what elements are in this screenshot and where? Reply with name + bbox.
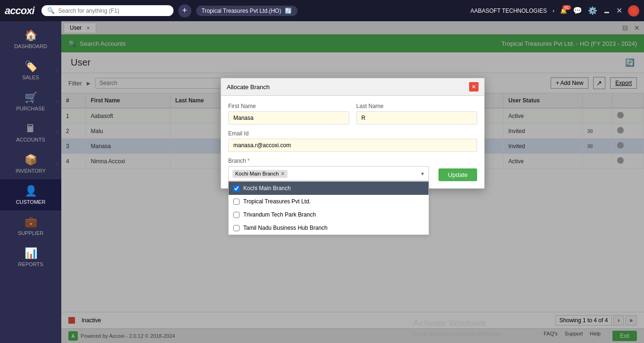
inventory-icon: 📦: [25, 154, 37, 166]
branch-option-kochi: Kochi Main Branch: [243, 185, 291, 192]
dropdown-item-tamilnadu[interactable]: Tamil Nadu Business Hub Branch: [229, 221, 429, 234]
sidebar-item-supplier[interactable]: 💼 SUPPLIER: [0, 210, 61, 242]
notification-count: 91: [562, 5, 571, 10]
first-name-label: First Name: [228, 103, 349, 109]
sidebar-label-inventory: INVENTORY: [16, 168, 46, 174]
settings-icon[interactable]: ⚙️: [588, 6, 597, 15]
modal-title: Allocate Branch: [227, 84, 270, 91]
sidebar-item-sales[interactable]: 🏷️ SALES ›: [0, 55, 61, 86]
branch-tag-label: Kochi Main Branch: [235, 171, 279, 176]
accoxi-logo-dot: [628, 5, 639, 17]
branch-checkbox-trivandum[interactable]: [233, 212, 239, 218]
dropdown-item-kochi[interactable]: Kochi Main Branch: [229, 182, 429, 195]
add-new-icon-button[interactable]: +: [178, 4, 191, 17]
chat-icon[interactable]: 💬: [573, 6, 582, 15]
sidebar-label-accounts: ACCOUNTS: [16, 137, 45, 142]
dashboard-icon: 🏠: [25, 29, 37, 42]
company-selector[interactable]: Tropical Treasures Pvt Ltd.(HO) 🔄: [196, 6, 298, 16]
email-row: Email Id: [228, 130, 477, 152]
close-icon[interactable]: ✕: [616, 6, 622, 15]
email-input[interactable]: [228, 139, 477, 152]
modal-body: First Name Last Name Email Id: [221, 96, 484, 188]
sidebar-item-reports[interactable]: 📊 REPORTS: [0, 242, 61, 273]
sidebar-item-dashboard[interactable]: 🏠 DASHBOARD: [0, 24, 61, 55]
chevron-right-icon: ›: [56, 161, 58, 166]
allocate-branch-modal: Allocate Branch ✕ First Name Last Name: [221, 78, 485, 189]
modal-close-button[interactable]: ✕: [469, 82, 479, 92]
chevron-right-icon: ›: [553, 8, 554, 14]
purchase-icon: 🛒: [25, 92, 37, 104]
email-group: Email Id: [228, 130, 477, 152]
branch-dropdown-arrow: ▼: [420, 171, 425, 176]
email-label: Email Id: [228, 130, 477, 137]
last-name-input[interactable]: [356, 111, 478, 125]
sidebar-label-reports: REPORTS: [18, 261, 43, 267]
branch-checkbox-tropical[interactable]: [233, 199, 239, 205]
global-search-input[interactable]: [58, 8, 168, 14]
sidebar-label-dashboard: DASHBOARD: [14, 43, 47, 49]
main-layout: 🏠 DASHBOARD 🏷️ SALES › 🛒 PURCHASE › 🖩 AC…: [0, 21, 644, 343]
sidebar: 🏠 DASHBOARD 🏷️ SALES › 🛒 PURCHASE › 🖩 AC…: [0, 21, 61, 343]
sidebar-item-purchase[interactable]: 🛒 PURCHASE ›: [0, 86, 61, 117]
sidebar-label-sales: SALES: [22, 75, 39, 80]
branch-label: Branch *: [228, 158, 477, 164]
branch-select-wrap: Kochi Main Branch ✕ ▼ Kochi Main Branch: [228, 166, 429, 181]
content-area: User ✕ ⊟ ✕ 🔍 Search Accounts Tropical Tr…: [61, 21, 644, 343]
last-name-label: Last Name: [356, 103, 478, 109]
branch-option-tamilnadu: Tamil Nadu Business Hub Branch: [243, 225, 328, 231]
top-bar: accoxi 🔍 + Tropical Treasures Pvt Ltd.(H…: [0, 0, 644, 21]
company-label: AABASOFT TECHNOLOGIES: [471, 8, 547, 14]
sidebar-item-customer[interactable]: 👤 CUSTOMER: [0, 179, 61, 210]
sales-icon: 🏷️: [25, 60, 37, 73]
branch-section: Branch * Kochi Main Branch ✕ ▼: [228, 158, 477, 181]
branch-checkbox-tamilnadu[interactable]: [233, 225, 239, 231]
modal-header: Allocate Branch ✕: [221, 78, 484, 96]
sidebar-item-accounts[interactable]: 🖩 ACCOUNTS ›: [0, 117, 61, 148]
first-name-input[interactable]: [228, 111, 349, 125]
modal-overlay: Allocate Branch ✕ First Name Last Name: [61, 21, 644, 343]
dropdown-item-tropical[interactable]: Tropical Treasures Pvt Ltd.: [229, 195, 429, 208]
sidebar-label-customer: CUSTOMER: [16, 199, 46, 205]
global-search-bar: 🔍: [41, 5, 173, 16]
branch-selected-display[interactable]: Kochi Main Branch ✕ ▼: [228, 166, 429, 181]
notification-bell[interactable]: 🔔 91: [560, 8, 567, 14]
chevron-right-icon: ›: [56, 68, 58, 73]
branch-tag: Kochi Main Branch ✕: [232, 170, 288, 178]
sidebar-item-inventory[interactable]: 📦 INVENTORY ›: [0, 148, 61, 179]
branch-checkbox-kochi[interactable]: [233, 185, 239, 192]
sidebar-label-purchase: PURCHASE: [16, 106, 45, 111]
sidebar-label-supplier: SUPPLIER: [18, 230, 43, 236]
required-mark: *: [248, 158, 250, 164]
last-name-group: Last Name: [356, 103, 478, 125]
name-row: First Name Last Name: [228, 103, 477, 125]
top-right-bar: AABASOFT TECHNOLOGIES › 🔔 91 💬 ⚙️ 🗕 ✕: [471, 5, 639, 17]
update-button[interactable]: Update: [438, 168, 477, 181]
dropdown-item-trivandum[interactable]: Trivandum Tech Park Branch: [229, 208, 429, 221]
accounts-icon: 🖩: [25, 123, 36, 135]
company-name: Tropical Treasures Pvt Ltd.(HO): [202, 8, 281, 14]
branch-and-update: Kochi Main Branch ✕ ▼ Kochi Main Branch: [228, 166, 477, 181]
first-name-group: First Name: [228, 103, 349, 125]
branch-tag-remove-icon[interactable]: ✕: [281, 171, 285, 177]
branch-option-trivandum: Trivandum Tech Park Branch: [243, 211, 316, 218]
search-icon: 🔍: [47, 7, 55, 14]
branch-option-tropical: Tropical Treasures Pvt Ltd.: [243, 198, 311, 205]
customer-icon: 👤: [25, 185, 37, 197]
app-logo: accoxi: [5, 5, 34, 17]
minimize-icon[interactable]: 🗕: [603, 7, 611, 15]
chevron-right-icon: ›: [56, 99, 58, 104]
reports-icon: 📊: [25, 247, 37, 259]
refresh-icon: 🔄: [285, 8, 292, 14]
branch-dropdown-list: Kochi Main Branch Tropical Treasures Pvt…: [228, 181, 429, 235]
supplier-icon: 💼: [25, 216, 37, 228]
chevron-right-icon: ›: [56, 130, 58, 135]
